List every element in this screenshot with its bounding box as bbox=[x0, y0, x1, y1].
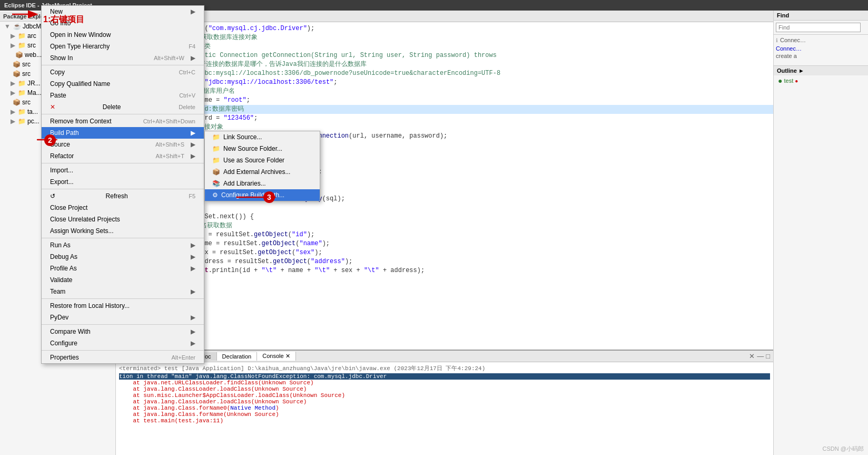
menu-item-run-as[interactable]: Run As ▶ bbox=[42, 239, 204, 251]
code-line: System.out.println(id + "\t" + name + "\… bbox=[116, 266, 773, 275]
menu-item-label: Show In bbox=[50, 54, 73, 62]
expand-icon: ▶ bbox=[11, 118, 15, 125]
menu-item-paste[interactable]: Paste Ctrl+V bbox=[42, 90, 204, 101]
item-label: JR... bbox=[27, 80, 41, 87]
menu-item-properties[interactable]: Properties Alt+Enter bbox=[42, 352, 204, 363]
shortcut-label: Ctrl+Alt+Shift+Down bbox=[143, 118, 195, 124]
menu-item-refactor[interactable]: Refactor Alt+Shift+T ▶ bbox=[42, 150, 204, 162]
submenu-item-add-libraries[interactable]: 📚 Add Libraries... bbox=[205, 178, 320, 189]
expand-icon: ▶ bbox=[11, 108, 15, 115]
menu-item-label: Copy Qualified Name bbox=[50, 80, 110, 88]
submenu-item-configure-build-path[interactable]: ⚙ Configure Build Path... bbox=[205, 189, 320, 201]
menu-separator bbox=[42, 324, 204, 325]
annotation-step1: 1:右键项目 bbox=[9, 12, 84, 27]
submenu-arrow: ▶ bbox=[191, 8, 195, 15]
console-content: <terminated> test [Java Application] D:\… bbox=[116, 362, 773, 455]
connect-row: ℹ Connec… bbox=[776, 37, 866, 43]
menu-item-copy-qualified[interactable]: Copy Qualified Name bbox=[42, 78, 204, 90]
menu-item-label: Open in New Window bbox=[50, 31, 111, 38]
menu-item-source[interactable]: Source Alt+Shift+S ▶ bbox=[42, 139, 204, 150]
submenu-item-use-source[interactable]: 📁 Use as Source Folder bbox=[205, 154, 320, 166]
menu-item-type-hier[interactable]: Open Type Hierarchy F4 bbox=[42, 41, 204, 52]
console-stack-2: at java.lang.ClassLoader.loadClass(Unkno… bbox=[119, 386, 770, 392]
find-label: Find bbox=[777, 12, 789, 18]
shortcut-label: Alt+Shift+S bbox=[155, 141, 184, 148]
item-label: Ma... bbox=[27, 89, 42, 96]
expand-icon: ▶ bbox=[11, 89, 15, 96]
menu-item-label: PyDev bbox=[50, 314, 68, 321]
menu-separator bbox=[42, 298, 204, 299]
submenu-arrow: ▶ bbox=[191, 314, 195, 321]
annotation-step2: 2 bbox=[44, 134, 56, 146]
menu-item-debug-as[interactable]: Debug As ▶ bbox=[42, 251, 204, 263]
folder-icon: 📁 bbox=[18, 108, 26, 115]
step1-label: 1:右键项目 bbox=[43, 14, 84, 25]
submenu-item-add-external[interactable]: 📦 Add External Archives... bbox=[205, 166, 320, 178]
menu-item-close-unrelated[interactable]: Close Unrelated Projects bbox=[42, 214, 204, 225]
folder-icon: 📁 bbox=[18, 89, 26, 96]
code-line: // 2. user:数据库用户名 bbox=[116, 87, 773, 96]
shortcut-label: Ctrl+C bbox=[179, 69, 195, 75]
configure-icon: ⚙ bbox=[212, 191, 218, 199]
menu-item-export[interactable]: Export... bbox=[42, 176, 204, 188]
shortcut-label: F5 bbox=[189, 193, 195, 199]
menu-item-team[interactable]: Team ▶ bbox=[42, 286, 204, 297]
code-line: Object id = resultSet.getObject("id"); bbox=[116, 230, 773, 239]
close-icon[interactable]: ✕ bbox=[749, 352, 755, 360]
menu-item-build-path[interactable]: Build Path ▶ bbox=[42, 127, 204, 139]
console-stack-3: at sun.misc.Launcher$AppClassLoader.load… bbox=[119, 392, 770, 399]
outline-item-label: test bbox=[784, 78, 793, 84]
bottom-toolbar: ✕ — □ bbox=[746, 352, 773, 360]
menu-item-delete[interactable]: ✕ Delete Delete bbox=[42, 101, 204, 113]
submenu-arrow: ▶ bbox=[191, 152, 195, 160]
menu-item-restore[interactable]: Restore from Local History... bbox=[42, 300, 204, 312]
menu-item-refresh[interactable]: ↺ Refresh F5 bbox=[42, 190, 204, 202]
menu-item-profile-as[interactable]: Profile As ▶ bbox=[42, 263, 204, 274]
menu-item-import[interactable]: Import... bbox=[42, 164, 204, 176]
menu-item-label: Restore from Local History... bbox=[50, 302, 130, 309]
find-input[interactable] bbox=[776, 23, 861, 32]
shortcut-label: F4 bbox=[189, 43, 195, 50]
menu-separator bbox=[42, 65, 204, 65]
menu-item-label: Remove from Context bbox=[50, 118, 112, 125]
folder-icon: 📁 bbox=[18, 32, 26, 40]
menu-item-open-window[interactable]: Open in New Window bbox=[42, 29, 204, 41]
submenu-item-new-source[interactable]: 📁 New Source Folder... bbox=[205, 143, 320, 154]
menu-item-label: Paste bbox=[50, 92, 66, 99]
menu-item-validate[interactable]: Validate bbox=[42, 274, 204, 286]
item-label: src bbox=[22, 61, 31, 68]
bottom-tab-declaration[interactable]: Declaration bbox=[217, 352, 258, 361]
menu-item-pydev[interactable]: PyDev ▶ bbox=[42, 312, 204, 323]
menu-item-label: Open Type Hierarchy bbox=[50, 43, 110, 50]
code-line: while (resultSet.next()) { bbox=[116, 212, 773, 221]
expand-icon: ▶ bbox=[11, 42, 15, 49]
item-label: src bbox=[22, 70, 31, 78]
menu-item-compare[interactable]: Compare With ▶ bbox=[42, 326, 204, 337]
outline-section: Outline ► ● test ● bbox=[774, 65, 868, 86]
menu-item-copy[interactable]: Copy Ctrl+C bbox=[42, 66, 204, 78]
connect-link-text: Connec… bbox=[776, 45, 802, 52]
submenu-item-link-source[interactable]: 📁 Link Source... bbox=[205, 131, 320, 143]
code-line-highlighted: // 3. password:数据库密码 bbox=[116, 105, 773, 114]
menu-item-label: Compare With bbox=[50, 328, 91, 335]
menu-item-remove-context[interactable]: Remove from Context Ctrl+Alt+Shift+Down bbox=[42, 115, 204, 127]
watermark: CSDN @小码郎 bbox=[823, 445, 864, 453]
minimize-icon[interactable]: — bbox=[757, 352, 764, 360]
menu-item-configure[interactable]: Configure ▶ bbox=[42, 337, 204, 349]
bottom-tab-console[interactable]: Console ✕ bbox=[257, 352, 295, 361]
item-label: web... bbox=[25, 51, 42, 59]
menu-item-close-project[interactable]: Close Project bbox=[42, 202, 204, 214]
menu-item-assign-working[interactable]: Assign Working Sets... bbox=[42, 225, 204, 237]
delete-icon: ✕ bbox=[50, 103, 55, 111]
maximize-icon[interactable]: □ bbox=[766, 352, 770, 360]
connect-link[interactable]: Connec… bbox=[776, 45, 802, 52]
item-label: src bbox=[22, 99, 31, 106]
code-line: // -- 1.1:(jdbc:mysql://localhost:3306/d… bbox=[116, 69, 773, 78]
outline-item-test[interactable]: ● test ● bbox=[774, 75, 868, 86]
console-stack-6: at java.lang.Class.forName(Unknown Sourc… bbox=[119, 411, 770, 418]
submenu-arrow: ▶ bbox=[191, 288, 195, 295]
refresh-icon: ↺ bbox=[50, 192, 55, 200]
menu-item-show-in[interactable]: Show In Alt+Shift+W ▶ bbox=[42, 52, 204, 64]
submenu-arrow: ▶ bbox=[191, 253, 195, 260]
menu-item-label: Close Unrelated Projects bbox=[50, 216, 120, 223]
